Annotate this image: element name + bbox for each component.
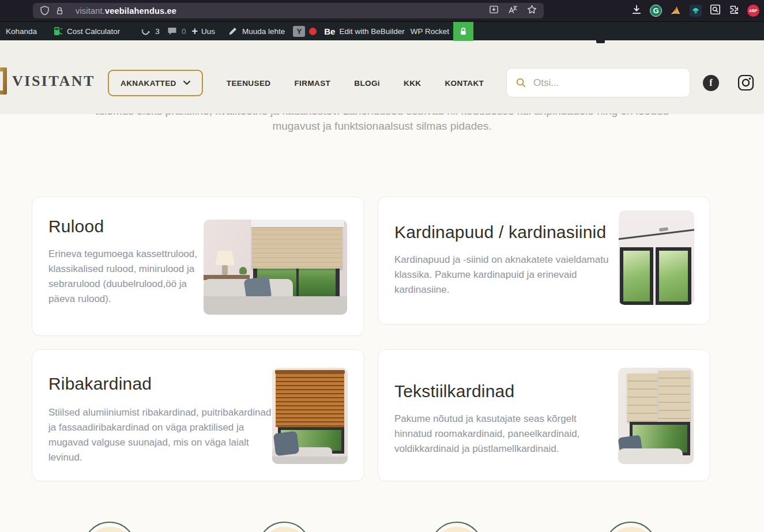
nav-item-firmast[interactable]: FIRMAST (294, 79, 330, 88)
logo-frame-inner (0, 71, 3, 90)
site-logo[interactable]: VISITANT (12, 73, 95, 90)
browser-toolbar: visitant.veebilahendus.ee G (0, 0, 764, 21)
updates-icon (141, 27, 150, 36)
intro-line: mugavust ja funktsionaalsust silmas pida… (0, 119, 764, 134)
admin-edit-page[interactable]: Muuda lehte (228, 27, 285, 36)
plus-icon: + (191, 26, 198, 36)
rulood-image (204, 220, 347, 315)
plant (239, 267, 247, 274)
card-title: Rulood (48, 217, 104, 236)
bebuilder-label: Edit with BeBuilder (339, 27, 404, 36)
ribakardinad-image (272, 368, 348, 464)
wp-admin-bar: Kohanda Cost Calculator 3 0 + Uus (0, 21, 764, 40)
bebuilder-icon: Be (324, 27, 335, 36)
admin-yoast-status[interactable] (309, 28, 317, 35)
bookmark-star-icon[interactable] (527, 5, 537, 17)
roller-blind (252, 226, 342, 269)
save-page-icon[interactable] (489, 5, 499, 17)
logo-frame-icon[interactable] (0, 67, 7, 95)
admin-cost-calculator[interactable]: Cost Calculator (53, 27, 120, 36)
admin-customize-label: Kohanda (6, 27, 37, 36)
url-subdomain: visitant. (76, 6, 105, 16)
card-rulood[interactable]: Rulood Erineva tegumoega kassettrulood, … (32, 197, 364, 336)
admin-ssl-lock[interactable] (453, 22, 473, 41)
admin-new[interactable]: + Uus (191, 26, 215, 36)
edit-page-label: Muuda lehte (242, 27, 285, 36)
yoast-status-dot (309, 28, 317, 35)
extensions-puzzle-icon[interactable] (729, 5, 739, 17)
facebook-icon[interactable]: f (703, 75, 719, 91)
feature-circle (604, 522, 657, 532)
chevron-down-icon (183, 81, 190, 85)
adblock-plus-icon[interactable]: ABP (747, 5, 759, 17)
new-label: Uus (201, 27, 215, 36)
admin-comments[interactable]: 0 (167, 27, 186, 36)
admin-updates[interactable]: 3 (141, 27, 160, 36)
updates-count: 3 (155, 27, 160, 36)
feature-circle (83, 522, 136, 532)
card-text: Stiilsed alumiiniumist ribakardinad, pui… (48, 405, 272, 465)
card-ribakardinad[interactable]: Ribakardinad Stiilsed alumiiniumist riba… (32, 349, 364, 481)
sofa-seat (204, 296, 347, 315)
blind-cassette (251, 220, 344, 227)
translate-icon[interactable] (508, 5, 518, 17)
nav-item-kontakt[interactable]: KONTAKT (445, 79, 484, 88)
search-input[interactable] (533, 77, 680, 89)
toolbar-extensions: G ABP (631, 0, 759, 21)
page: tulemus oleks praktiline, kvaliteetne ja… (0, 0, 764, 532)
sofa-seat (272, 456, 348, 464)
tracking-shield-icon[interactable] (40, 6, 50, 16)
tekstiilkardinad-image (618, 368, 694, 464)
pillow (273, 431, 299, 456)
url-text: visitant.veebilahendus.ee (76, 6, 489, 16)
admin-yoast[interactable]: Y (293, 26, 305, 37)
blind-rail (275, 370, 345, 374)
nav-item-kkk[interactable]: KKK (404, 79, 421, 88)
roman-shade (658, 371, 690, 421)
url-bar[interactable]: visitant.veebilahendus.ee (33, 3, 544, 18)
nav-item-blogi[interactable]: BLOGi (354, 79, 380, 88)
window-pane (620, 247, 653, 305)
search-icon (516, 77, 526, 88)
comment-icon (167, 27, 177, 36)
wp-rocket-label: WP Rocket (411, 27, 449, 36)
card-tekstiilkardinad[interactable]: Tekstiilkardinad Pakume nõutud ja kasuta… (378, 349, 710, 481)
card-title: Kardinapuud / kardinasiinid (394, 222, 606, 242)
lamp-base (222, 265, 228, 275)
abp-label: ABP (749, 9, 757, 13)
card-kardinapuud[interactable]: Kardinapuud / kardinasiinid Kardinapuud … (378, 197, 710, 325)
grammarly-extension-icon[interactable]: G (650, 5, 662, 17)
feature-circle (430, 522, 483, 532)
admin-customize[interactable]: Kohanda (6, 27, 37, 36)
instagram-icon[interactable] (737, 74, 754, 91)
nav-label: AKNAKATTED (121, 79, 176, 88)
https-lock-icon[interactable] (55, 6, 64, 16)
admin-bar-overflow-artifact (596, 40, 605, 43)
card-title: Tekstiilkardinad (394, 382, 514, 401)
venetian-blind (276, 374, 344, 427)
card-text: Kardinapuud ja -siinid on aknakatete vai… (394, 252, 612, 297)
wizard-hat-extension-icon[interactable] (670, 4, 682, 18)
admin-wp-rocket[interactable]: WP Rocket (411, 27, 449, 36)
admin-bebuilder[interactable]: Be Edit with BeBuilder (324, 27, 405, 36)
calculator-icon (53, 27, 62, 36)
nav-item-teenused[interactable]: TEENUSED (227, 79, 271, 88)
mushroom-extension-icon[interactable] (690, 5, 702, 17)
url-host: veebilahendus.ee (105, 6, 176, 16)
lamp (215, 251, 235, 265)
nav-item-aknakatted[interactable]: AKNAKATTED (108, 70, 203, 96)
search-extension-icon[interactable] (710, 4, 721, 17)
pencil-icon (228, 27, 238, 36)
feature-circle-fill (261, 527, 308, 532)
feature-circle-fill (86, 527, 134, 532)
feature-circle (258, 522, 311, 532)
search-box (506, 68, 690, 97)
window-pane (656, 247, 691, 305)
downloads-icon[interactable] (631, 5, 642, 17)
cost-calculator-label: Cost Calculator (67, 27, 120, 36)
card-title: Ribakardinad (48, 374, 152, 394)
kardinapuud-image (619, 210, 694, 305)
lock-icon (459, 27, 468, 36)
comments-count: 0 (182, 27, 186, 36)
card-text: Erineva tegumoega kassettrulood, klassik… (48, 247, 197, 307)
